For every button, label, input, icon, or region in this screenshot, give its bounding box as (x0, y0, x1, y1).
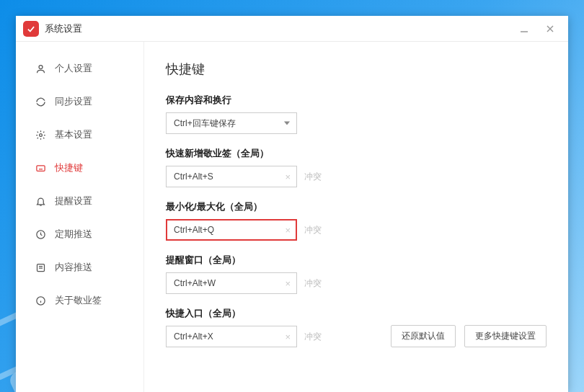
sidebar-item-about[interactable]: 关于敬业签 (16, 284, 143, 317)
sidebar-item-label: 基本设置 (55, 128, 92, 141)
remind-input[interactable]: Ctrl+Alt+W × (166, 272, 297, 294)
field-label: 保存内容和换行 (166, 94, 547, 107)
svg-point-3 (39, 65, 43, 68)
restore-defaults-button[interactable]: 还原默认值 (391, 325, 456, 347)
input-value: Ctrl+Alt+W (174, 278, 216, 288)
quick-add-input[interactable]: Ctrl+Alt+S × (166, 166, 297, 187)
clock-icon (35, 228, 46, 240)
user-icon (35, 63, 46, 74)
main-panel: 快捷键 保存内容和换行 Ctrl+回车键保存 快速新增敬业签（全局） Ctrl+… (144, 42, 568, 392)
app-logo-icon (23, 21, 39, 37)
sidebar-item-label: 定期推送 (55, 228, 92, 241)
input-value: Ctrl+Alt+Q (174, 225, 214, 235)
select-value: Ctrl+回车键保存 (174, 117, 236, 130)
field-label: 最小化/最大化（全局） (166, 200, 547, 213)
more-shortcuts-button[interactable]: 更多快捷键设置 (464, 325, 547, 347)
entry-input[interactable]: Ctrl+Alt+X × (166, 326, 297, 347)
input-value: Ctrl+Alt+X (174, 331, 213, 342)
field-label: 提醒窗口（全局） (166, 254, 547, 267)
sidebar: 个人设置 同步设置 基本设置 快捷键 (16, 42, 144, 392)
sidebar-item-label: 提醒设置 (55, 195, 92, 208)
page-title: 快捷键 (166, 61, 547, 78)
status-conflict: 冲突 (304, 171, 322, 183)
sidebar-item-label: 内容推送 (55, 261, 92, 274)
gear-icon (35, 129, 46, 141)
status-conflict: 冲突 (304, 224, 322, 236)
window-body: 个人设置 同步设置 基本设置 快捷键 (16, 42, 568, 392)
sidebar-item-reminder[interactable]: 提醒设置 (16, 184, 143, 218)
sidebar-item-content-push[interactable]: 内容推送 (16, 251, 143, 284)
status-conflict: 冲突 (304, 277, 322, 290)
clear-icon[interactable]: × (285, 226, 291, 235)
field-quick-add: 快速新增敬业签（全局） Ctrl+Alt+S × 冲突 (166, 147, 547, 187)
content-icon (35, 262, 46, 273)
sidebar-item-label: 关于敬业签 (55, 294, 102, 307)
sidebar-item-personal[interactable]: 个人设置 (16, 52, 143, 85)
status-conflict: 冲突 (304, 331, 322, 343)
sidebar-item-shortcuts[interactable]: 快捷键 (16, 151, 143, 184)
sidebar-item-schedule[interactable]: 定期推送 (16, 218, 143, 251)
clear-icon[interactable]: × (285, 332, 291, 342)
min-max-input[interactable]: Ctrl+Alt+Q × (166, 219, 297, 241)
keyboard-icon (35, 162, 46, 174)
field-label: 快速新增敬业签（全局） (166, 147, 547, 160)
svg-rect-5 (36, 165, 44, 171)
save-select[interactable]: Ctrl+回车键保存 (166, 112, 297, 134)
svg-point-4 (39, 133, 42, 136)
sidebar-item-sync[interactable]: 同步设置 (16, 85, 143, 118)
info-icon (35, 295, 46, 306)
input-value: Ctrl+Alt+S (174, 172, 213, 182)
field-label: 快捷入口（全局） (166, 307, 547, 320)
clear-icon[interactable]: × (285, 279, 291, 288)
sidebar-item-label: 同步设置 (55, 95, 92, 108)
clear-icon[interactable]: × (285, 172, 291, 182)
close-button[interactable] (544, 22, 557, 35)
field-save: 保存内容和换行 Ctrl+回车键保存 (166, 94, 547, 134)
bell-icon (35, 195, 46, 207)
field-min-max: 最小化/最大化（全局） Ctrl+Alt+Q × 冲突 (166, 200, 547, 241)
sync-icon (35, 96, 46, 107)
titlebar: 系统设置 (16, 16, 568, 42)
minimize-button[interactable] (518, 22, 531, 35)
settings-window: 系统设置 个人设置 同步设置 (16, 16, 568, 392)
sidebar-item-label: 个人设置 (55, 62, 92, 75)
window-title: 系统设置 (45, 22, 82, 35)
field-remind: 提醒窗口（全局） Ctrl+Alt+W × 冲突 (166, 254, 547, 294)
sidebar-item-label: 快捷键 (55, 161, 83, 174)
sidebar-item-basic[interactable]: 基本设置 (16, 118, 143, 151)
